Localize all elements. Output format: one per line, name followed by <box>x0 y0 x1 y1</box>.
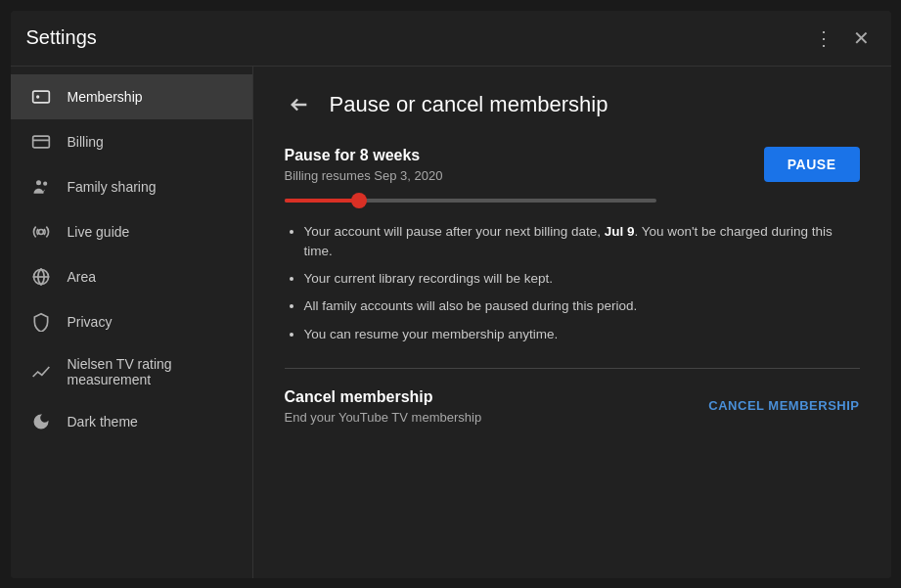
sidebar-label-dark-theme: Dark theme <box>68 414 138 430</box>
cancel-membership-button[interactable]: CANCEL MEMBERSHIP <box>708 388 859 423</box>
sidebar-label-live: Live guide <box>68 224 130 240</box>
sidebar-item-billing[interactable]: Billing <box>11 119 252 164</box>
sidebar-label-privacy: Privacy <box>68 314 113 330</box>
more-options-button[interactable]: ⋮ <box>808 23 839 54</box>
cancel-subtext: End your YouTube TV membership <box>285 410 482 425</box>
bullet-2: Your current library recordings will be … <box>304 269 860 289</box>
cancel-section: Cancel membership End your YouTube TV me… <box>285 388 860 425</box>
pause-subtext: Billing resumes Sep 3, 2020 <box>285 168 443 183</box>
slider-track[interactable] <box>285 199 656 203</box>
privacy-icon <box>30 311 52 333</box>
section-divider <box>285 368 860 369</box>
sidebar-label-family: Family sharing <box>68 179 157 195</box>
bullet-1: Your account will pause after your next … <box>304 222 860 262</box>
sidebar-item-nielsen[interactable]: Nielsen TV rating measurement <box>11 344 252 399</box>
modal-header: Settings ⋮ ✕ <box>11 11 891 67</box>
billing-icon <box>30 131 52 153</box>
svg-rect-0 <box>32 91 49 103</box>
close-button[interactable]: ✕ <box>847 23 876 54</box>
svg-point-4 <box>36 180 41 185</box>
svg-point-1 <box>36 95 39 98</box>
sidebar-item-dark-theme[interactable]: Dark theme <box>11 399 252 444</box>
slider-fill <box>285 199 359 203</box>
sidebar-label-area: Area <box>68 269 97 285</box>
sidebar-item-live-guide[interactable]: Live guide <box>11 209 252 254</box>
family-icon <box>30 176 52 198</box>
sidebar-item-area[interactable]: Area <box>11 254 252 299</box>
cancel-heading: Cancel membership <box>285 388 482 406</box>
sidebar-item-privacy[interactable]: Privacy <box>11 299 252 344</box>
bullet-3: All family accounts will also be paused … <box>304 296 860 316</box>
pause-heading: Pause for 8 weeks <box>285 147 443 164</box>
sidebar-label-membership: Membership <box>68 89 143 105</box>
dark-theme-icon <box>30 411 52 432</box>
cancel-info: Cancel membership End your YouTube TV me… <box>285 388 482 425</box>
live-guide-icon <box>30 221 52 243</box>
membership-icon <box>30 86 52 108</box>
settings-modal: Settings ⋮ ✕ Membership <box>11 11 891 578</box>
content-page-title: Pause or cancel membership <box>330 92 608 117</box>
pause-info: Pause for 8 weeks Billing resumes Sep 3,… <box>285 147 443 183</box>
modal-title: Settings <box>26 26 97 49</box>
bullet-4: You can resume your membership anytime. <box>304 325 860 344</box>
area-icon <box>30 266 52 288</box>
content-area: Pause or cancel membership Pause for 8 w… <box>253 67 891 578</box>
svg-rect-2 <box>32 136 49 148</box>
nielsen-icon <box>30 361 52 383</box>
more-icon: ⋮ <box>814 28 833 48</box>
pause-bullets: Your account will pause after your next … <box>285 222 860 344</box>
pause-section: Pause for 8 weeks Billing resumes Sep 3,… <box>285 147 860 183</box>
sidebar-label-billing: Billing <box>68 134 104 150</box>
content-header: Pause or cancel membership <box>285 90 860 119</box>
sidebar: Membership Billing <box>11 67 253 578</box>
header-actions: ⋮ ✕ <box>808 23 876 54</box>
svg-point-5 <box>43 181 47 185</box>
back-button[interactable] <box>285 90 314 119</box>
pause-button[interactable]: PAUSE <box>764 147 860 182</box>
sidebar-label-nielsen: Nielsen TV rating measurement <box>68 356 233 387</box>
slider-thumb[interactable] <box>351 193 367 208</box>
close-icon: ✕ <box>853 28 870 48</box>
svg-point-6 <box>38 229 43 234</box>
sidebar-item-family-sharing[interactable]: Family sharing <box>11 164 252 209</box>
pause-slider-container <box>285 199 860 203</box>
modal-body: Membership Billing <box>11 67 891 578</box>
sidebar-item-membership[interactable]: Membership <box>11 74 252 119</box>
